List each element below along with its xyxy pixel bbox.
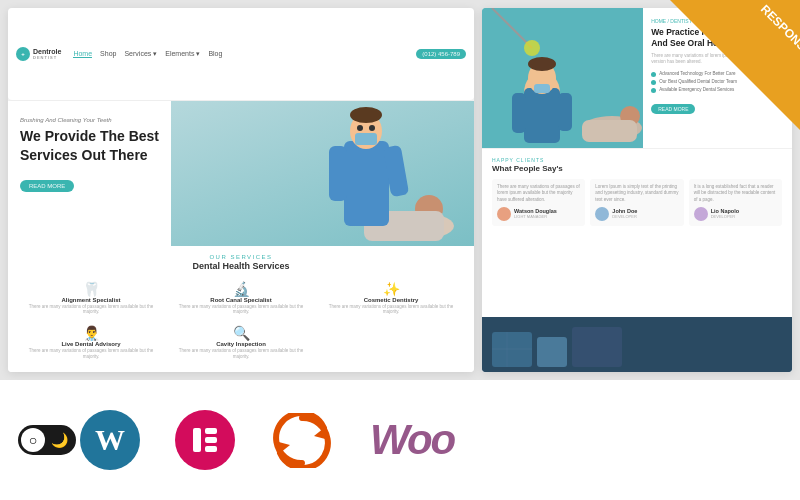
testimonials-tag: HAPPY CLIENTS: [492, 157, 782, 163]
service-name-2: Root Canal Specialist: [172, 297, 310, 303]
service-cosmetic: ✨ Cosmetic Dentistry There are many vari…: [318, 277, 464, 320]
avatar-3: [694, 207, 708, 221]
service-icon-4: 👨‍⚕️: [22, 325, 160, 341]
nav-shop[interactable]: Shop: [100, 50, 116, 58]
services-tag: OUR SERVICES: [18, 254, 464, 260]
right-title: We Practice HolisticAnd See Oral Health.: [651, 27, 784, 49]
testimonial-text-1: There are many variations of passages of…: [497, 184, 580, 203]
service-desc-5: There are many variations of passages lo…: [172, 348, 310, 360]
wordpress-icon: W: [80, 410, 140, 470]
author-role-2: DEVELOPER: [612, 214, 637, 219]
feature-2: Our Best Qualified Dental Doctor Team: [651, 79, 784, 85]
logo-text: Dentrole DENTIST: [33, 48, 61, 60]
left-preview: + Dentrole DENTIST Home Shop Services ▾ …: [8, 8, 474, 372]
right-hero-image: [482, 8, 643, 148]
testimonials-section: HAPPY CLIENTS What People Say's There ar…: [482, 148, 792, 317]
bottom-bar: ○ 🌙 W: [0, 380, 800, 500]
right-preview: HOME / DENTIST We Practice HolisticAnd S…: [482, 8, 792, 372]
svg-rect-15: [524, 88, 560, 143]
logo-icon: +: [16, 47, 30, 61]
svg-rect-23: [582, 120, 637, 142]
phone-button[interactable]: (012) 456-789: [416, 49, 466, 59]
dark-mode-toggle[interactable]: ○ 🌙: [18, 425, 76, 455]
feature-dot-1: [651, 72, 656, 77]
feature-1: Advanced Technology For Better Care: [651, 71, 784, 77]
svg-rect-17: [558, 93, 572, 131]
service-alignment: 🦷 Alignment Specialist There are many va…: [18, 277, 164, 320]
testimonials-grid: There are many variations of passages of…: [492, 179, 782, 226]
feature-3: Available Emergency Dental Services: [651, 87, 784, 93]
svg-point-19: [528, 57, 556, 71]
service-desc-1: There are many variations of passages lo…: [22, 304, 160, 316]
hero-subtitle: Brushing And Cleaning Your Teeth: [20, 117, 462, 123]
service-icon-2: 🔬: [172, 281, 310, 297]
nav-home[interactable]: Home: [73, 50, 92, 58]
hero-cta-button[interactable]: READ MORE: [20, 180, 74, 192]
service-desc-4: There are many variations of passages lo…: [22, 348, 160, 360]
services-section: OUR SERVICES Dental Health Services 🦷 Al…: [8, 246, 474, 372]
testimonial-text-2: Lorem Ipsum is simply text of the printi…: [595, 184, 678, 203]
service-icon-3: ✨: [322, 281, 460, 297]
service-name-4: Live Dental Advisory: [22, 341, 160, 347]
testimonials-title: What People Say's: [492, 164, 782, 173]
nav-logo: + Dentrole DENTIST: [16, 47, 61, 61]
service-name-1: Alignment Specialist: [22, 297, 160, 303]
nav-links: Home Shop Services ▾ Elements ▾ Blog: [73, 50, 222, 58]
moon-icon: 🌙: [45, 432, 73, 448]
svg-rect-16: [512, 93, 526, 133]
testimonial-author-3: Lio Napolo DEVELOPER: [694, 207, 777, 221]
svg-rect-34: [205, 437, 217, 443]
hero-title: We Provide The BestServices Out There: [20, 127, 462, 165]
right-cta-button[interactable]: READ MORE: [651, 104, 695, 114]
elementor-icon: [175, 410, 235, 470]
service-icon-5: 🔍: [172, 325, 310, 341]
feature-text-2: Our Best Qualified Dental Doctor Team: [659, 79, 737, 84]
right-breadcrumb: HOME / DENTIST: [651, 18, 784, 24]
svg-rect-28: [537, 337, 567, 367]
testimonial-author-2: John Doe DEVELOPER: [595, 207, 678, 221]
service-name-3: Cosmetic Dentistry: [322, 297, 460, 303]
feature-text-3: Available Emergency Dental Services: [659, 87, 734, 92]
feature-dot-3: [651, 88, 656, 93]
nav-elements[interactable]: Elements ▾: [165, 50, 200, 58]
author-role-3: DEVELOPER: [711, 214, 739, 219]
service-rootcanal: 🔬 Root Canal Specialist There are many v…: [168, 277, 314, 320]
testimonial-2: Lorem Ipsum is simply text of the printi…: [590, 179, 683, 226]
nav-blog[interactable]: Blog: [208, 50, 222, 58]
elementor-symbol: [189, 424, 221, 456]
svg-rect-32: [193, 428, 201, 452]
avatar-2: [595, 207, 609, 221]
service-cavity: 🔍 Cavity Inspection There are many varia…: [168, 321, 314, 364]
nav-services[interactable]: Services ▾: [124, 50, 157, 58]
right-illustration: [482, 8, 643, 148]
woocommerce-arrows-badge: [270, 413, 335, 468]
woo-text: Woo: [370, 416, 454, 464]
right-bottom-scene: [482, 317, 792, 372]
service-advisory: 👨‍⚕️ Live Dental Advisory There are many…: [18, 321, 164, 364]
right-description: There are many variations of lorem ipsum…: [651, 53, 784, 66]
right-bottom-dark: [482, 317, 792, 372]
author-role-1: LIGHT MANAGER: [514, 214, 557, 219]
elementor-badge: [175, 410, 235, 470]
woo-arrows-icon: [270, 413, 335, 468]
svg-point-25: [524, 40, 540, 56]
avatar-1: [497, 207, 511, 221]
svg-rect-20: [534, 84, 550, 93]
wordpress-w: W: [95, 423, 125, 457]
services-grid-top: 🦷 Alignment Specialist There are many va…: [18, 277, 464, 320]
right-hero-content: HOME / DENTIST We Practice HolisticAnd S…: [643, 8, 792, 148]
navbar: + Dentrole DENTIST Home Shop Services ▾ …: [8, 8, 474, 101]
main-container: RESPONSIVE + Dentrole DENTIST Home Shop …: [0, 0, 800, 500]
testimonial-3: It is a long established fact that a rea…: [689, 179, 782, 226]
toggle-knob: ○: [21, 428, 45, 452]
svg-rect-35: [205, 446, 217, 452]
feature-dot-2: [651, 80, 656, 85]
right-hero: HOME / DENTIST We Practice HolisticAnd S…: [482, 8, 792, 148]
testimonial-1: There are many variations of passages of…: [492, 179, 585, 226]
svg-rect-33: [205, 428, 217, 434]
services-title: Dental Health Services: [18, 261, 464, 271]
feature-text-1: Advanced Technology For Better Care: [659, 71, 735, 76]
svg-rect-29: [572, 327, 622, 367]
services-grid-bottom: 👨‍⚕️ Live Dental Advisory There are many…: [18, 321, 464, 364]
svg-rect-27: [492, 332, 532, 367]
